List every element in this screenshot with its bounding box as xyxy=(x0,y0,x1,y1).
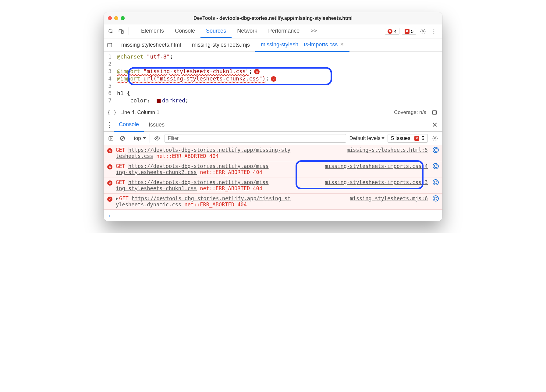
more-menu-icon[interactable]: ⋮ xyxy=(430,27,438,36)
levels-label: Default levels xyxy=(349,135,380,141)
source-link[interactable]: missing-stylesheets.html:5 xyxy=(347,147,428,153)
panel-overflow[interactable]: >> xyxy=(305,25,322,38)
console-prompt[interactable]: › xyxy=(104,210,442,221)
pretty-print-icon[interactable]: { } xyxy=(107,109,117,116)
replay-xhr-icon[interactable] xyxy=(433,163,439,169)
url-link[interactable]: https://devtools-dbg-stories.netlify.app… xyxy=(128,147,290,153)
console-row[interactable]: ✕ GET https://devtools-dbg-stories.netli… xyxy=(104,194,442,210)
issue-icon: ✕ xyxy=(405,29,410,34)
show-navigator-icon[interactable] xyxy=(105,41,114,49)
replay-xhr-icon[interactable] xyxy=(433,179,439,185)
file-tab-bar: missing-stylesheets.html missing-stylesh… xyxy=(104,38,442,52)
console-row[interactable]: ✕ GET https://devtools-dbg-stories.netli… xyxy=(104,145,442,161)
url-link[interactable]: ylesheets-dynamic.css xyxy=(116,201,181,208)
coverage-status: Coverage: n/a xyxy=(394,109,427,116)
source-link[interactable]: missing-stylesheets.mjs:6 xyxy=(350,195,428,201)
url-link[interactable]: ing-stylesheets-chukn1.css xyxy=(116,185,197,191)
line-number: 4 xyxy=(107,75,117,82)
tab-elements[interactable]: Elements xyxy=(136,25,169,38)
clear-console-icon[interactable] xyxy=(118,134,127,143)
errors-count: 4 xyxy=(394,29,396,34)
svg-point-9 xyxy=(434,137,436,139)
code-line: @import "missing-stylesheets-chukn1.css"… xyxy=(117,68,260,75)
issues-badge[interactable]: ✕ 5 xyxy=(402,28,416,35)
code-editor[interactable]: 1 @charset "utf-8"; 2 3 @import "missing… xyxy=(104,52,442,107)
log-levels-dropdown[interactable]: Default levels xyxy=(349,135,385,141)
drawer-more-icon[interactable]: ⋮ xyxy=(105,121,114,129)
line-number: 5 xyxy=(107,82,117,90)
inline-error-icon[interactable]: ✕ xyxy=(254,69,260,74)
tab-network[interactable]: Network xyxy=(232,25,263,38)
titlebar: DevTools - devtools-dbg-stories.netlify.… xyxy=(104,12,442,24)
line-number: 6 xyxy=(107,90,117,97)
drawer-tab-issues[interactable]: Issues xyxy=(144,119,169,131)
issues-count: 5 xyxy=(411,29,413,34)
tab-sources[interactable]: Sources xyxy=(200,25,232,38)
error-icon: ✕ xyxy=(107,148,112,153)
error-icon: ✕ xyxy=(107,197,112,202)
url-link[interactable]: https://devtools-dbg-stories.netlify.app… xyxy=(128,179,269,185)
context-label: top xyxy=(134,135,141,141)
tab-performance[interactable]: Performance xyxy=(263,25,305,38)
console-messages: ✕ GET https://devtools-dbg-stories.netli… xyxy=(104,145,442,221)
file-tab-1[interactable]: missing-stylesheets.mjs xyxy=(186,39,255,51)
url-link[interactable]: https://devtools-dbg-stories.netlify.app… xyxy=(132,195,291,201)
filter-input[interactable] xyxy=(165,134,346,143)
color-swatch-icon[interactable] xyxy=(157,99,161,103)
panel-tabs: Elements Console Sources Network Perform… xyxy=(136,25,382,38)
device-toggle-icon[interactable] xyxy=(117,27,126,36)
cursor-position: Line 4, Column 1 xyxy=(120,109,160,116)
source-link[interactable]: missing-stylesheets-imports.css:4 xyxy=(325,163,428,169)
inspect-icon[interactable] xyxy=(107,27,115,36)
file-tab-label: missing-stylesheets.mjs xyxy=(192,42,250,48)
show-sidebar-icon[interactable] xyxy=(430,108,439,117)
line-number: 7 xyxy=(107,97,117,104)
issues-pill[interactable]: 5 Issues: ✕ 5 xyxy=(388,134,428,143)
issues-num: 5 xyxy=(422,135,424,141)
url-link[interactable]: ing-stylesheets-chunk2.css xyxy=(116,169,197,175)
expand-icon[interactable] xyxy=(116,197,118,200)
replay-xhr-icon[interactable] xyxy=(433,147,439,153)
issue-icon: ✕ xyxy=(414,136,419,141)
toolbar-divider xyxy=(129,27,129,35)
main-toolbar: Elements Console Sources Network Perform… xyxy=(104,24,442,38)
line-number: 2 xyxy=(107,60,117,68)
source-link[interactable]: missing-stylesheets-imports.css:3 xyxy=(325,179,428,185)
code-line: h1 { xyxy=(117,90,130,97)
inline-error-icon[interactable]: ✕ xyxy=(271,76,276,82)
url-link[interactable]: lesheets.css xyxy=(116,153,153,159)
code-line: @import url("missing-stylesheets-chunk2.… xyxy=(117,75,276,82)
settings-icon[interactable] xyxy=(419,27,427,36)
live-expression-icon[interactable] xyxy=(153,134,161,143)
close-drawer-icon[interactable]: ✕ xyxy=(429,121,441,129)
drawer-tab-console[interactable]: Console xyxy=(114,118,144,132)
svg-point-8 xyxy=(156,137,158,139)
console-message: GET https://devtools-dbg-stories.netlify… xyxy=(116,179,428,191)
file-tab-label: missing-stylesheets.html xyxy=(121,42,181,48)
console-message: GET https://devtools-dbg-stories.netlify… xyxy=(116,147,428,159)
console-row[interactable]: ✕ GET https://devtools-dbg-stories.netli… xyxy=(104,161,442,177)
file-tab-0[interactable]: missing-stylesheets.html xyxy=(116,39,186,51)
window-title: DevTools - devtools-dbg-stories.netlify.… xyxy=(104,16,442,21)
svg-point-3 xyxy=(422,30,424,32)
error-icon: ✕ xyxy=(388,29,392,34)
toggle-sidebar-icon[interactable] xyxy=(107,134,115,143)
context-selector[interactable]: top xyxy=(130,134,150,143)
console-row[interactable]: ✕ GET https://devtools-dbg-stories.netli… xyxy=(104,177,442,194)
line-number: 1 xyxy=(107,53,117,60)
tab-console[interactable]: Console xyxy=(169,25,200,38)
console-toolbar: top Default levels 5 Issues: ✕ 5 xyxy=(104,132,442,145)
url-link[interactable]: https://devtools-dbg-stories.netlify.app… xyxy=(128,163,269,169)
file-tab-label: missing-stylesh…ts-imports.css xyxy=(261,41,338,48)
errors-badge[interactable]: ✕ 4 xyxy=(385,28,399,35)
code-line: @charset "utf-8"; xyxy=(117,53,173,60)
console-message: GET https://devtools-dbg-stories.netlify… xyxy=(116,163,428,175)
close-tab-icon[interactable]: ✕ xyxy=(340,42,344,47)
drawer-tabs: ⋮ Console Issues ✕ xyxy=(104,118,442,132)
chevron-down-icon xyxy=(381,137,385,139)
file-tab-2[interactable]: missing-stylesh…ts-imports.css ✕ xyxy=(255,38,349,52)
editor-status-bar: { } Line 4, Column 1 Coverage: n/a xyxy=(104,107,442,118)
console-settings-icon[interactable] xyxy=(431,134,439,143)
error-icon: ✕ xyxy=(107,164,112,169)
replay-xhr-icon[interactable] xyxy=(433,195,439,201)
